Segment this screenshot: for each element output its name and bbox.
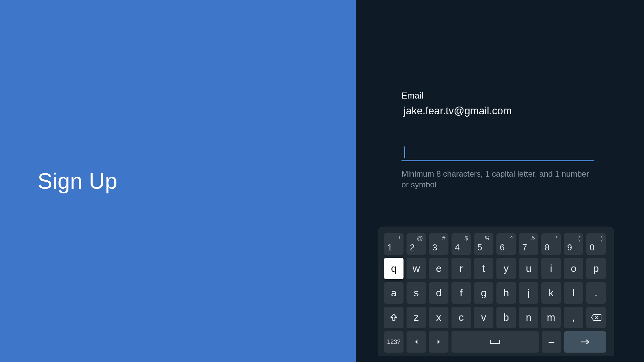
key-dash[interactable]: – [542, 331, 561, 353]
key-4[interactable]: 4$ [451, 233, 471, 255]
password-hint: Minimum 8 characters, 1 capital letter, … [401, 169, 589, 190]
arrow-right-icon [436, 339, 441, 345]
key-3[interactable]: 3# [429, 233, 448, 255]
key-g[interactable]: g [474, 282, 493, 304]
keyboard-row-5: 123?– [384, 331, 608, 353]
left-panel: Sign Up [0, 0, 356, 362]
email-value[interactable]: jake.fear.tv@gmail.com [404, 105, 596, 117]
key-6[interactable]: 6^ [496, 233, 516, 255]
signup-form: Email jake.fear.tv@gmail.com Minimum 8 c… [401, 90, 596, 190]
text-cursor [404, 146, 405, 158]
key-x[interactable]: x [429, 307, 448, 328]
key-enter[interactable] [564, 331, 606, 353]
key-s[interactable]: s [407, 282, 426, 304]
key-7[interactable]: 7& [519, 233, 538, 255]
key-j[interactable]: j [519, 282, 538, 304]
shift-icon [389, 313, 398, 322]
backspace-icon [591, 313, 601, 321]
key-period[interactable]: . [586, 282, 606, 304]
key-t[interactable]: t [474, 258, 493, 279]
key-o[interactable]: o [564, 258, 583, 279]
key-space[interactable] [451, 331, 539, 353]
key-5[interactable]: 5% [474, 233, 493, 255]
email-label: Email [401, 90, 596, 101]
key-shift[interactable] [384, 307, 404, 328]
arrow-enter-icon [580, 339, 590, 345]
key-k[interactable]: k [541, 282, 561, 304]
arrow-left-icon [414, 339, 419, 345]
key-i[interactable]: i [541, 258, 561, 279]
key-y[interactable]: y [496, 258, 516, 279]
key-0[interactable]: 0) [586, 233, 606, 255]
key-a[interactable]: a [384, 282, 404, 304]
keyboard-row-2: qwertyuiop [384, 258, 608, 279]
key-d[interactable]: d [429, 282, 448, 304]
keyboard-row-numbers: 1!2@3#4$5%6^7&8*9(0) [384, 233, 608, 255]
key-c[interactable]: c [451, 307, 471, 328]
key-l[interactable]: l [564, 282, 583, 304]
key-r[interactable]: r [451, 258, 471, 279]
onscreen-keyboard: 1!2@3#4$5%6^7&8*9(0) qwertyuiop asdfghjk… [378, 227, 614, 356]
key-arrow-left[interactable] [407, 331, 426, 353]
key-m[interactable]: m [541, 307, 561, 328]
key-z[interactable]: z [407, 307, 426, 328]
key-1[interactable]: 1! [384, 233, 404, 255]
key-u[interactable]: u [519, 258, 538, 279]
key-b[interactable]: b [496, 307, 516, 328]
key-q[interactable]: q [384, 258, 404, 279]
key-n[interactable]: n [519, 307, 538, 328]
keyboard-row-3: asdfghjkl. [384, 282, 608, 304]
key-8[interactable]: 8* [541, 233, 561, 255]
keyboard-row-4: zxcvbnm, [384, 307, 608, 328]
key-w[interactable]: w [407, 258, 426, 279]
page-title: Sign Up [38, 168, 117, 194]
key-9[interactable]: 9( [564, 233, 583, 255]
password-input[interactable] [401, 144, 594, 161]
key-2[interactable]: 2@ [407, 233, 426, 255]
key-backspace[interactable] [586, 307, 606, 328]
key-p[interactable]: p [586, 258, 606, 279]
space-icon [490, 340, 500, 344]
key-comma[interactable]: , [564, 307, 583, 328]
key-v[interactable]: v [474, 307, 493, 328]
key-arrow-right[interactable] [429, 331, 448, 353]
key-mode-switch[interactable]: 123? [384, 331, 404, 353]
key-e[interactable]: e [429, 258, 448, 279]
key-h[interactable]: h [496, 282, 516, 304]
key-f[interactable]: f [451, 282, 471, 304]
